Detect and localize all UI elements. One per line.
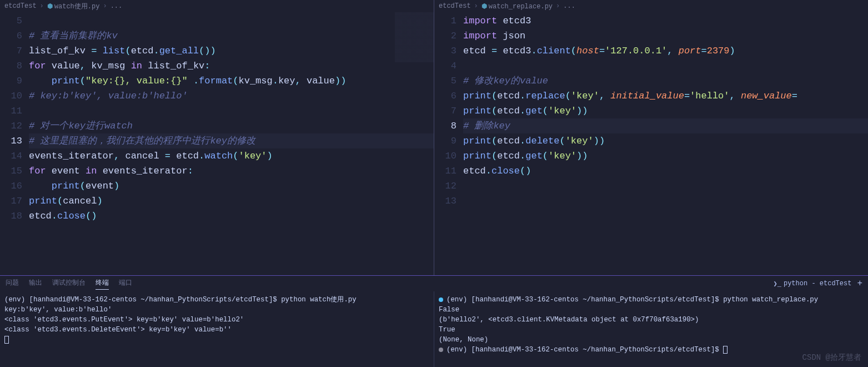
code-area-left[interactable]: 56789101112131415161718 # 查看当前集群的kvlist_… (0, 12, 434, 224)
breadcrumb-left[interactable]: etcdTest ⬢watch使用.py ... (0, 0, 434, 12)
tab-debug-console[interactable]: 调试控制台 (52, 278, 86, 289)
tab-ports[interactable]: 端口 (119, 278, 132, 289)
bottom-panel: 问题 输出 调试控制台 终端 端口 ❯_ python - etcdTest +… (0, 275, 868, 367)
breadcrumb-item[interactable]: etcdTest (4, 2, 37, 10)
tab-terminal[interactable]: 终端 (96, 278, 109, 290)
python-icon: ⬢ (481, 3, 487, 11)
chevron-right-icon (102, 2, 108, 10)
breadcrumb-item[interactable]: ... (111, 2, 123, 10)
tab-output[interactable]: 输出 (29, 278, 42, 289)
python-icon: ⬢ (47, 3, 53, 11)
code-lines[interactable]: # 查看当前集群的kvlist_of_kv = list(etcd.get_al… (29, 13, 434, 224)
code-lines[interactable]: import etcd3import jsonetcd = etcd3.clie… (463, 13, 868, 209)
breadcrumb-item[interactable]: ... (563, 2, 575, 10)
add-terminal-button[interactable]: + (857, 279, 862, 289)
watermark: CSDN @拾牙慧者 (802, 353, 861, 363)
panel-tabs: 问题 输出 调试控制台 终端 端口 ❯_ python - etcdTest + (0, 276, 868, 291)
chevron-right-icon (473, 2, 479, 10)
editors-split: etcdTest ⬢watch使用.py ... 567891011121314… (0, 0, 868, 275)
terminal-left[interactable]: (env) [hanhandi@VM-33-162-centos ~/hanha… (0, 291, 434, 367)
code-area-right[interactable]: 12345678910111213 import etcd3import jso… (434, 12, 868, 209)
tab-problems[interactable]: 问题 (6, 278, 19, 289)
terminal-icon: ❯_ (774, 280, 781, 288)
editor-right[interactable]: etcdTest ⬢watch_replace.py ... 123456789… (434, 0, 868, 275)
breadcrumb-item[interactable]: ⬢watch使用.py (47, 2, 100, 11)
line-gutter: 56789101112131415161718 (0, 13, 29, 224)
chevron-right-icon (555, 2, 561, 10)
breadcrumb-item[interactable]: ⬢watch_replace.py (481, 2, 553, 11)
terminal-selector[interactable]: ❯_ python - etcdTest (774, 280, 852, 288)
chevron-right-icon (39, 2, 45, 10)
line-gutter: 12345678910111213 (434, 13, 463, 209)
terminal-selector-label: python - etcdTest (784, 280, 851, 287)
terminals-split: (env) [hanhandi@VM-33-162-centos ~/hanha… (0, 291, 868, 367)
editor-left[interactable]: etcdTest ⬢watch使用.py ... 567891011121314… (0, 0, 434, 275)
breadcrumb-item[interactable]: etcdTest (439, 2, 471, 10)
breadcrumb-right[interactable]: etcdTest ⬢watch_replace.py ... (434, 0, 868, 12)
